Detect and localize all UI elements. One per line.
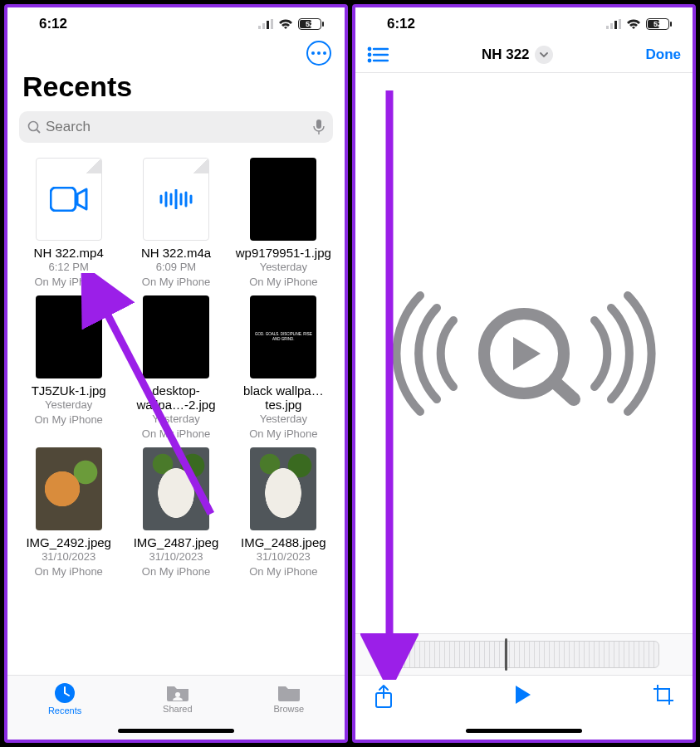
- video-scrubber[interactable]: [355, 633, 693, 675]
- tab-bar: Recents Shared Browse: [7, 675, 345, 740]
- svg-point-5: [317, 51, 321, 55]
- image-thumbnail: [36, 295, 102, 378]
- svg-rect-0: [258, 26, 261, 29]
- image-thumbnail: [36, 447, 102, 530]
- cellular-icon: [258, 19, 273, 29]
- page-title: Recents: [7, 69, 345, 111]
- crop-icon[interactable]: [653, 684, 674, 706]
- battery-icon: 52: [646, 18, 669, 30]
- nav-title-text: NH 322: [482, 46, 530, 63]
- file-name: desktop-wallpa…-2.jpg: [126, 383, 225, 412]
- home-indicator[interactable]: [118, 729, 234, 733]
- status-icons: 52: [606, 18, 669, 30]
- file-time: Yesterday: [260, 260, 307, 275]
- file-item[interactable]: wp9179951-1.jpg Yesterday On My iPhone: [234, 158, 333, 289]
- status-icons: 52: [258, 18, 321, 30]
- audio-file-icon: [143, 158, 209, 241]
- file-time: 31/10/2023: [42, 549, 95, 564]
- file-time: Yesterday: [260, 412, 307, 427]
- status-time: 6:12: [39, 16, 67, 32]
- mic-icon[interactable]: [313, 120, 325, 134]
- file-location: On My iPhone: [249, 564, 317, 579]
- file-item[interactable]: IMG_2487.jpeg 31/10/2023 On My iPhone: [126, 447, 225, 579]
- file-name: IMG_2488.jpeg: [241, 535, 326, 549]
- file-item[interactable]: NH 322.m4a 6:09 PM On My iPhone: [126, 158, 225, 289]
- svg-point-4: [311, 51, 315, 55]
- streaming-audio-icon: [387, 283, 661, 424]
- file-item[interactable]: desktop-wallpa…-2.jpg Yesterday On My iP…: [126, 295, 225, 441]
- video-file-icon: [36, 158, 102, 241]
- done-button[interactable]: Done: [645, 46, 681, 63]
- file-location: On My iPhone: [34, 275, 102, 290]
- file-name: wp9179951-1.jpg: [236, 246, 331, 260]
- nav-title[interactable]: NH 322: [482, 46, 553, 64]
- file-location: On My iPhone: [249, 275, 317, 290]
- home-indicator[interactable]: [466, 729, 582, 733]
- tab-label: Recents: [48, 706, 81, 715]
- file-time: 31/10/2023: [257, 549, 311, 564]
- search-bar[interactable]: [19, 111, 333, 143]
- file-item[interactable]: GOD. GOALS. DISCIPLINE. RISE AND GRIND. …: [234, 295, 333, 441]
- file-time: 31/10/2023: [149, 549, 203, 564]
- files-app-screen: 6:12 52 Recents NH 322.mp4 6:12 PM On My…: [4, 4, 348, 743]
- svg-rect-22: [610, 23, 613, 29]
- file-location: On My iPhone: [34, 564, 102, 579]
- battery-icon: 52: [298, 18, 321, 30]
- file-location: On My iPhone: [34, 413, 102, 427]
- svg-point-6: [323, 51, 326, 55]
- svg-point-29: [369, 60, 370, 61]
- svg-point-25: [369, 48, 370, 50]
- search-input[interactable]: [46, 119, 308, 135]
- shared-folder-icon: [165, 682, 190, 702]
- play-icon[interactable]: [514, 684, 532, 706]
- file-time: Yesterday: [152, 412, 199, 427]
- files-grid: NH 322.mp4 6:12 PM On My iPhone NH 322.m…: [7, 151, 345, 675]
- media-preview-screen: 6:12 52 NH 322 Done: [352, 4, 696, 743]
- file-name: NH 322.m4a: [141, 246, 211, 260]
- clock-icon: [54, 682, 76, 704]
- wifi-icon: [278, 19, 293, 30]
- tab-browse[interactable]: Browse: [273, 682, 304, 714]
- file-name: black wallpa…tes.jpg: [234, 383, 333, 412]
- playhead[interactable]: [505, 638, 507, 671]
- file-location: On My iPhone: [142, 275, 210, 290]
- share-icon[interactable]: [374, 684, 394, 709]
- tab-shared[interactable]: Shared: [163, 682, 192, 714]
- svg-point-27: [369, 54, 370, 56]
- bottom-toolbar: [355, 675, 693, 740]
- search-icon: [27, 120, 41, 134]
- svg-line-8: [37, 129, 40, 133]
- svg-rect-21: [606, 26, 609, 29]
- image-thumbnail: [250, 447, 316, 530]
- svg-rect-2: [267, 21, 269, 29]
- file-name: IMG_2492.jpeg: [26, 535, 111, 549]
- tab-recents[interactable]: Recents: [48, 682, 81, 715]
- folder-icon: [277, 682, 301, 702]
- image-thumbnail: [143, 295, 209, 378]
- svg-rect-3: [271, 19, 273, 29]
- file-name: TJ5ZUk-1.jpg: [32, 383, 106, 398]
- wifi-icon: [626, 19, 641, 30]
- tab-label: Browse: [273, 704, 304, 714]
- file-item[interactable]: NH 322.mp4 6:12 PM On My iPhone: [19, 158, 118, 289]
- tab-label: Shared: [163, 704, 192, 714]
- status-time: 6:12: [387, 16, 415, 32]
- image-thumbnail: [143, 447, 209, 530]
- file-location: On My iPhone: [142, 427, 210, 442]
- file-item[interactable]: IMG_2488.jpeg 31/10/2023 On My iPhone: [234, 447, 333, 579]
- file-time: Yesterday: [45, 398, 92, 413]
- file-item[interactable]: IMG_2492.jpeg 31/10/2023 On My iPhone: [19, 447, 118, 579]
- svg-rect-24: [619, 19, 621, 29]
- svg-point-7: [29, 122, 38, 131]
- list-icon[interactable]: [367, 46, 389, 63]
- image-thumbnail: [250, 158, 316, 241]
- more-options-button[interactable]: [306, 41, 331, 66]
- file-location: On My iPhone: [142, 564, 210, 579]
- file-item[interactable]: TJ5ZUk-1.jpg Yesterday On My iPhone: [19, 295, 118, 441]
- cellular-icon: [606, 19, 621, 29]
- svg-rect-9: [316, 120, 321, 129]
- file-location: On My iPhone: [249, 427, 317, 442]
- nav-bar: NH 322 Done: [355, 41, 693, 73]
- scrubber-track[interactable]: [389, 641, 659, 668]
- file-name: NH 322.mp4: [34, 246, 104, 260]
